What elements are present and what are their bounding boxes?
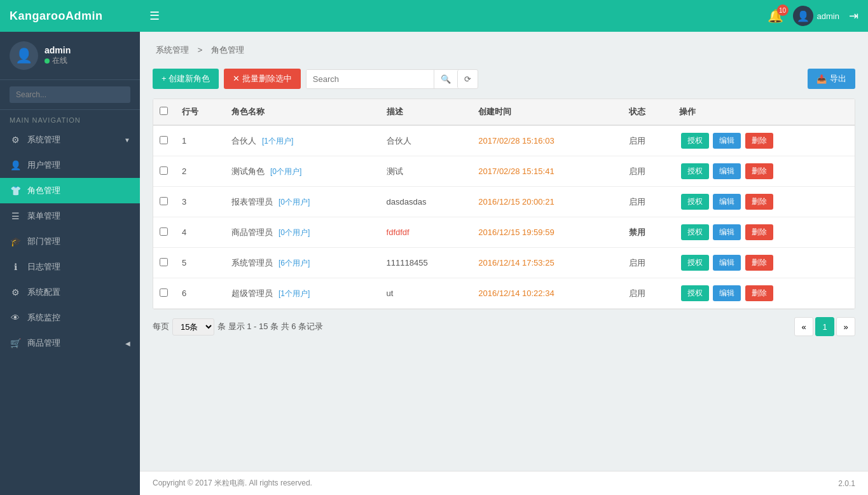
grant-button-1[interactable]: 授权 [681,133,709,149]
edit-button-6[interactable]: 编辑 [713,285,741,301]
row-status-3: 启用 [623,187,672,217]
role-user-count-6[interactable]: [1个用户] [279,289,310,298]
checkbox-row-6[interactable] [160,288,168,297]
delete-button-3[interactable]: 删除 [745,194,773,210]
table-row: 1 合伙人 [1个用户] 合伙人 2017/02/28 15:16:03 启用 … [153,125,855,156]
menu-toggle-icon[interactable]: ☰ [149,9,160,23]
breadcrumb-separator: > [198,45,203,55]
row-actions-6: 授权 编辑 删除 [673,278,855,309]
delete-button-6[interactable]: 删除 [745,285,773,301]
delete-button-1[interactable]: 删除 [745,133,773,149]
footer-version: 2.0.1 [838,479,855,488]
refresh-button[interactable]: ⟳ [457,70,478,88]
edit-button-4[interactable]: 编辑 [713,224,741,240]
edit-button-2[interactable]: 编辑 [713,163,741,179]
export-icon: 📥 [816,74,827,84]
admin-profile[interactable]: 👤 admin [793,6,839,26]
toolbar: + 创建新角色 ✕ 批量删除选中 🔍 ⟳ 📥 导出 [153,69,855,89]
page-buttons: « 1 » [794,317,855,336]
row-checkbox-4 [153,217,176,248]
search-input[interactable] [307,70,434,88]
row-time-1: 2017/02/28 15:16:03 [472,125,623,156]
table-row: 6 超级管理员 [1个用户] ut 2016/12/14 10:22:34 启用… [153,278,855,309]
sidebar-item-logs[interactable]: ℹ 日志管理 [0,254,140,280]
table-header-row: 行号 角色名称 描述 创建时间 状态 操作 [153,99,855,125]
sidebar-item-menus[interactable]: ☰ 菜单管理 [0,203,140,229]
table-wrapper: 行号 角色名称 描述 创建时间 状态 操作 1 合伙人 [153,98,855,309]
sidebar-item-label-roles: 角色管理 [27,185,60,196]
user-avatar: 👤 [10,41,38,70]
row-actions-5: 授权 编辑 删除 [673,248,855,278]
batch-delete-button[interactable]: ✕ 批量删除选中 [224,69,301,89]
row-desc-5: 111118455 [380,248,472,278]
status-dot [45,58,50,64]
top-header: KangarooAdmin ☰ 🔔 10 👤 admin ⇥ [0,0,868,32]
logout-icon[interactable]: ⇥ [849,9,858,23]
next-page-button[interactable]: » [836,317,855,336]
edit-button-5[interactable]: 编辑 [713,255,741,271]
checkbox-row-1[interactable] [160,136,168,144]
checkbox-row-5[interactable] [160,258,168,266]
sidebar-search-container [0,80,140,110]
grant-button-4[interactable]: 授权 [681,224,709,240]
footer: Copyright © 2017 米粒电商. All rights reserv… [140,471,868,495]
breadcrumb-current: 角色管理 [211,45,244,55]
checkbox-row-2[interactable] [160,166,168,175]
export-button[interactable]: 📥 导出 [808,69,855,89]
row-checkbox-5 [153,248,176,278]
breadcrumb-parent: 系统管理 [156,45,189,55]
search-button[interactable]: 🔍 [434,70,457,88]
grant-button-3[interactable]: 授权 [681,194,709,210]
checkbox-row-4[interactable] [160,227,168,236]
grant-button-6[interactable]: 授权 [681,285,709,301]
main-layout: 👤 admin 在线 MAIN NAVIGATION ⚙ 系统管理 ▼ 👤 [0,32,868,495]
sidebar-item-monitor[interactable]: 👁 系统监控 [0,305,140,330]
sidebar-search-input[interactable] [10,86,130,103]
checkbox-row-3[interactable] [160,197,168,205]
sidebar-item-system[interactable]: ⚙ 系统管理 ▼ [0,127,140,153]
role-user-count-4[interactable]: [0个用户] [279,228,310,237]
row-time-3: 2016/12/15 20:00:21 [472,187,623,217]
delete-button-4[interactable]: 删除 [745,224,773,240]
role-user-count-1[interactable]: [1个用户] [262,137,293,146]
sidebar-item-label-monitor: 系统监控 [27,312,60,323]
notification-icon[interactable]: 🔔 10 [768,8,783,24]
row-actions-3: 授权 编辑 删除 [673,187,855,217]
page-1-button[interactable]: 1 [815,317,834,336]
sidebar-item-depts[interactable]: 🎓 部门管理 [0,229,140,254]
edit-button-3[interactable]: 编辑 [713,194,741,210]
sidebar-item-goods[interactable]: 🛒 商品管理 ◀ [0,330,140,356]
row-num-6: 6 [176,278,225,309]
sidebar-item-label-goods: 商品管理 [27,337,60,349]
sidebar-item-roles[interactable]: 👕 角色管理 [0,178,140,203]
role-user-count-2[interactable]: [0个用户] [270,167,301,176]
sidebar-item-users[interactable]: 👤 用户管理 [0,153,140,178]
col-actions: 操作 [673,99,855,125]
grant-button-2[interactable]: 授权 [681,163,709,179]
role-user-count-3[interactable]: [0个用户] [279,198,310,207]
col-status: 状态 [623,99,672,125]
row-name-3: 报表管理员 [0个用户] [225,187,380,217]
sidebar: 👤 admin 在线 MAIN NAVIGATION ⚙ 系统管理 ▼ 👤 [0,32,140,495]
create-role-button[interactable]: + 创建新角色 [153,69,219,89]
brand-title: KangarooAdmin [10,10,149,23]
table-row: 5 系统管理员 [6个用户] 111118455 2016/12/14 17:5… [153,248,855,278]
prev-page-button[interactable]: « [794,317,813,336]
select-all-checkbox[interactable] [160,107,168,115]
role-user-count-5[interactable]: [6个用户] [279,259,310,268]
row-desc-4: fdfdfdf [380,217,472,248]
delete-button-5[interactable]: 删除 [745,255,773,271]
delete-button-2[interactable]: 删除 [745,163,773,179]
grant-button-5[interactable]: 授权 [681,255,709,271]
row-time-5: 2016/12/14 17:53:25 [472,248,623,278]
per-page-select[interactable]: 15条 10条 20条 50条 [172,318,214,336]
sidebar-item-sysconfig[interactable]: ⚙ 系统配置 [0,280,140,305]
edit-button-1[interactable]: 编辑 [713,133,741,149]
table-row: 2 测试角色 [0个用户] 测试 2017/02/28 15:15:41 启用 … [153,156,855,187]
col-name: 角色名称 [225,99,380,125]
user-name: admin [45,45,71,55]
row-actions-4: 授权 编辑 删除 [673,217,855,248]
sidebar-item-label-system: 系统管理 [27,134,60,146]
row-checkbox-1 [153,125,176,156]
nav-section-label: MAIN NAVIGATION [0,110,140,127]
